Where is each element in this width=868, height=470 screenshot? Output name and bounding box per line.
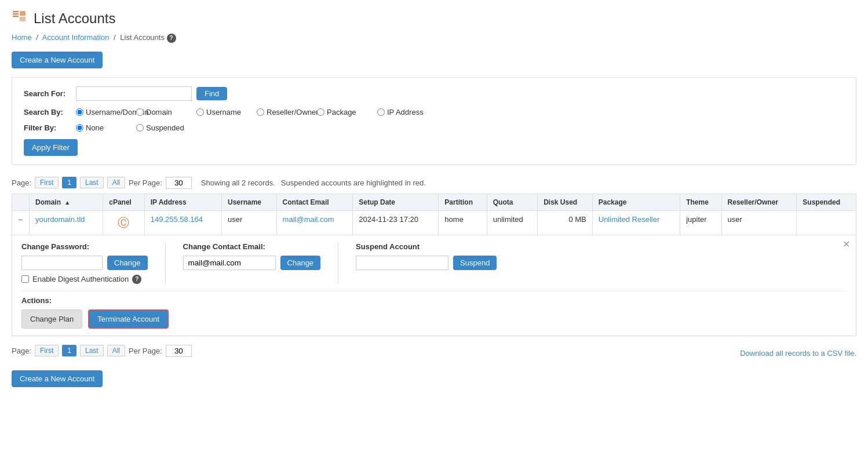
digest-auth-checkbox[interactable]	[21, 275, 29, 283]
bottom-last-button[interactable]: Last	[80, 345, 104, 356]
create-new-account-button[interactable]: Create a New Account	[12, 52, 103, 68]
search-for-input[interactable]	[76, 86, 192, 101]
bottom-page-label: Page:	[12, 347, 31, 355]
col-suspended: Suspended	[797, 194, 856, 210]
change-email-button[interactable]: Change	[280, 256, 321, 270]
svg-rect-2	[13, 16, 19, 17]
search-for-label: Search For:	[24, 89, 76, 98]
col-ip-address: IP Address	[144, 194, 221, 210]
row-username: user	[222, 210, 277, 235]
create-new-account-bottom-button[interactable]: Create a New Account	[12, 370, 103, 387]
domain-link[interactable]: yourdomain.tld	[35, 215, 85, 224]
per-page-input[interactable]	[166, 177, 192, 189]
digest-help-icon[interactable]: ?	[132, 275, 141, 284]
expand-button[interactable]: −	[18, 215, 23, 224]
col-quota: Quota	[487, 194, 537, 210]
per-page-label: Per Page:	[129, 178, 162, 187]
close-expanded-button[interactable]: ✕	[843, 240, 850, 249]
row-quota: unlimited	[487, 210, 537, 235]
suspend-button[interactable]: Suspend	[453, 256, 497, 270]
bottom-current-button[interactable]: 1	[62, 345, 76, 356]
row-cpanel[interactable]: Ⓒ	[103, 210, 144, 235]
last-page-button[interactable]: Last	[80, 177, 104, 188]
col-theme: Theme	[680, 194, 721, 210]
col-package: Package	[592, 194, 680, 210]
bottom-pagination: Page: First 1 Last All Per Page:	[12, 345, 192, 357]
search-by-package[interactable]: Package	[317, 108, 369, 116]
expanded-cell: ✕ Change Password: Change	[12, 235, 856, 336]
row-reseller-owner: user	[721, 210, 797, 235]
page-label: Page:	[12, 178, 31, 187]
actions-section: Actions: Change Plan Terminate Account	[21, 296, 847, 329]
search-by-username[interactable]: Username	[196, 108, 249, 116]
filter-none[interactable]: None	[76, 123, 128, 132]
breadcrumb-home[interactable]: Home	[12, 33, 32, 42]
row-contact-email[interactable]: mail@mail.com	[276, 210, 353, 235]
row-theme: jupiter	[680, 210, 721, 235]
bottom-all-button[interactable]: All	[107, 345, 125, 356]
bottom-per-page-input[interactable]	[166, 345, 192, 357]
find-button[interactable]: Find	[196, 87, 227, 100]
current-page-button[interactable]: 1	[62, 177, 76, 188]
search-by-ip[interactable]: IP Address	[377, 108, 429, 116]
row-domain[interactable]: yourdomain.tld	[30, 210, 103, 235]
top-pagination: Page: First 1 Last All Per Page: Showing…	[12, 177, 856, 189]
row-expand-cell[interactable]: −	[12, 210, 30, 235]
apply-filter-button[interactable]: Apply Filter	[24, 139, 78, 156]
download-csv-link[interactable]: Download all records to a CSV file.	[740, 349, 856, 358]
terminate-account-button[interactable]: Terminate Account	[88, 309, 169, 329]
cpanel-icon[interactable]: Ⓒ	[118, 216, 129, 229]
row-suspended	[797, 210, 856, 235]
accounts-table: Domain ▲ cPanel IP Address Username Cont…	[12, 194, 856, 336]
col-expand	[12, 194, 30, 210]
first-page-button[interactable]: First	[35, 177, 59, 188]
search-by-group: Username/Domain Domain Username Reseller…	[76, 108, 429, 116]
list-icon	[12, 9, 28, 28]
change-email-label: Change Contact Email:	[183, 242, 321, 251]
new-password-input[interactable]	[21, 256, 103, 270]
row-partition: home	[439, 210, 487, 235]
suspend-label: Suspend Account	[356, 242, 497, 251]
svg-rect-1	[13, 13, 19, 14]
showing-text: Showing all 2 records.	[201, 178, 275, 187]
bottom-per-page-label: Per Page:	[129, 347, 162, 355]
search-by-domain[interactable]: Domain	[136, 108, 188, 116]
col-partition: Partition	[439, 194, 487, 210]
ip-link[interactable]: 149.255.58.164	[151, 215, 203, 224]
change-plan-button[interactable]: Change Plan	[21, 309, 82, 329]
all-page-button[interactable]: All	[107, 177, 125, 188]
suspended-note: Suspended accounts are highlighted in re…	[281, 178, 426, 187]
breadcrumb-current: List Accounts	[120, 33, 165, 42]
col-disk-used: Disk Used	[538, 194, 593, 210]
filter-by-group: None Suspended	[76, 123, 188, 132]
actions-label: Actions:	[21, 296, 847, 305]
change-password-button[interactable]: Change	[107, 256, 148, 270]
contact-email-input[interactable]	[183, 256, 276, 270]
bottom-first-button[interactable]: First	[35, 345, 59, 356]
row-ip[interactable]: 149.255.58.164	[144, 210, 221, 235]
page-title: List Accounts	[34, 10, 115, 27]
filter-suspended[interactable]: Suspended	[136, 123, 188, 132]
help-icon[interactable]: ?	[167, 34, 176, 43]
digest-auth-row: Enable Digest Authentication ?	[21, 275, 148, 284]
row-disk-used: 0 MB	[538, 210, 593, 235]
email-link[interactable]: mail@mail.com	[283, 215, 334, 224]
package-link[interactable]: Unlimited Reseller	[599, 215, 659, 224]
col-cpanel: cPanel	[103, 194, 144, 210]
table-row: − yourdomain.tld Ⓒ 149.255.58.164 user m…	[12, 210, 856, 235]
svg-rect-4	[20, 17, 25, 21]
col-setup-date: Setup Date	[353, 194, 439, 210]
col-reseller-owner: Reseller/Owner	[721, 194, 797, 210]
row-setup-date: 2024-11-23 17:20	[353, 210, 439, 235]
col-domain[interactable]: Domain ▲	[30, 194, 103, 210]
search-by-reseller[interactable]: Reseller/Owner	[257, 108, 309, 116]
breadcrumb-section[interactable]: Account Information	[42, 33, 110, 42]
change-password-label: Change Password:	[21, 242, 148, 251]
svg-rect-3	[20, 11, 25, 16]
filter-by-label: Filter By:	[24, 123, 76, 132]
expanded-row: ✕ Change Password: Change	[12, 235, 856, 336]
row-package[interactable]: Unlimited Reseller	[592, 210, 680, 235]
search-by-username-domain[interactable]: Username/Domain	[76, 108, 128, 116]
suspend-reason-input[interactable]	[356, 256, 448, 270]
col-contact-email: Contact Email	[276, 194, 353, 210]
